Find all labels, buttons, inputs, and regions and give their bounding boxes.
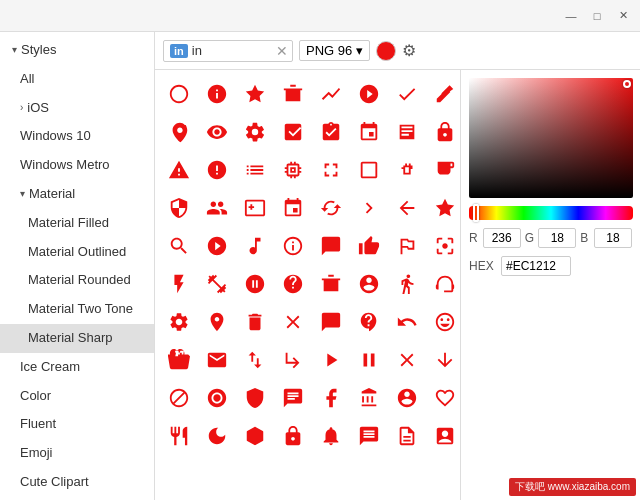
icon-cell[interactable] — [199, 266, 235, 302]
sidebar-item-matfilled[interactable]: Material Filled — [0, 209, 154, 238]
sidebar-item-matoutlined[interactable]: Material Outlined — [0, 238, 154, 267]
sidebar-item-cuteclipart[interactable]: Cute Clipart — [0, 468, 154, 497]
sidebar-item-matrounded[interactable]: Material Rounded — [0, 266, 154, 295]
icon-cell[interactable] — [161, 266, 197, 302]
icon-cell[interactable] — [161, 228, 197, 264]
icon-cell[interactable] — [199, 380, 235, 416]
icon-cell[interactable] — [389, 114, 425, 150]
icon-cell[interactable] — [237, 266, 273, 302]
icon-cell[interactable] — [351, 76, 387, 112]
icon-cell[interactable] — [351, 304, 387, 340]
icon-cell[interactable] — [199, 418, 235, 454]
icon-cell[interactable] — [313, 380, 349, 416]
sidebar-item-winmetro[interactable]: Windows Metro — [0, 151, 154, 180]
icon-cell[interactable] — [275, 342, 311, 378]
icon-cell[interactable] — [237, 190, 273, 226]
g-input[interactable] — [538, 228, 576, 248]
icon-cell[interactable] — [427, 228, 460, 264]
icon-cell[interactable] — [313, 152, 349, 188]
icon-cell[interactable] — [237, 76, 273, 112]
sidebar-item-fluent[interactable]: Fluent — [0, 410, 154, 439]
icon-cell[interactable] — [237, 342, 273, 378]
icon-cell[interactable] — [427, 266, 460, 302]
r-input[interactable] — [483, 228, 521, 248]
sidebar-item-ios[interactable]: ›iOS — [0, 94, 154, 123]
icon-cell[interactable] — [427, 152, 460, 188]
sidebar-item-emoji[interactable]: Emoji — [0, 439, 154, 468]
format-select[interactable]: PNG 96 ▾ — [299, 40, 370, 61]
icon-cell[interactable] — [389, 190, 425, 226]
icon-cell[interactable] — [313, 418, 349, 454]
icon-cell[interactable] — [275, 228, 311, 264]
icon-cell[interactable] — [275, 152, 311, 188]
icon-cell[interactable] — [237, 152, 273, 188]
icon-cell[interactable] — [199, 342, 235, 378]
icon-cell[interactable] — [427, 190, 460, 226]
icon-cell[interactable] — [351, 380, 387, 416]
icon-cell[interactable] — [199, 152, 235, 188]
icon-cell[interactable] — [389, 380, 425, 416]
color-picker-trigger[interactable] — [376, 41, 396, 61]
search-input[interactable] — [192, 43, 272, 58]
icon-cell[interactable] — [351, 114, 387, 150]
icon-cell[interactable] — [275, 418, 311, 454]
maximize-button[interactable]: □ — [588, 7, 606, 25]
minimize-button[interactable]: — — [562, 7, 580, 25]
icon-cell[interactable] — [237, 304, 273, 340]
sidebar-item-material[interactable]: ▾Material — [0, 180, 154, 209]
icon-cell[interactable] — [313, 228, 349, 264]
icon-cell[interactable] — [161, 190, 197, 226]
close-button[interactable]: ✕ — [614, 7, 632, 25]
icon-cell[interactable] — [389, 152, 425, 188]
sidebar-item-mattwotone[interactable]: Material Two Tone — [0, 295, 154, 324]
icon-cell[interactable] — [389, 304, 425, 340]
icon-cell[interactable] — [275, 76, 311, 112]
icon-cell[interactable] — [351, 190, 387, 226]
color-gradient[interactable] — [469, 78, 633, 198]
icon-cell[interactable] — [313, 190, 349, 226]
sidebar-item-color[interactable]: Color — [0, 382, 154, 411]
sidebar-item-styles[interactable]: ▾Styles — [0, 36, 154, 65]
icon-cell[interactable] — [237, 380, 273, 416]
icon-cell[interactable] — [351, 418, 387, 454]
icon-cell[interactable] — [389, 228, 425, 264]
icon-cell[interactable] — [427, 418, 460, 454]
hue-slider[interactable] — [469, 206, 633, 220]
icon-cell[interactable] — [351, 266, 387, 302]
sidebar-item-icecream[interactable]: Ice Cream — [0, 353, 154, 382]
icon-cell[interactable] — [389, 76, 425, 112]
icon-cell[interactable] — [237, 114, 273, 150]
search-clear-icon[interactable]: ✕ — [276, 43, 288, 59]
icon-cell[interactable] — [199, 190, 235, 226]
icon-cell[interactable] — [427, 304, 460, 340]
icon-cell[interactable] — [275, 266, 311, 302]
icon-cell[interactable] — [237, 418, 273, 454]
icon-cell[interactable] — [427, 342, 460, 378]
icon-cell[interactable] — [427, 76, 460, 112]
icon-cell[interactable] — [275, 114, 311, 150]
icon-cell[interactable] — [161, 380, 197, 416]
icon-cell[interactable] — [313, 304, 349, 340]
icon-cell[interactable] — [313, 114, 349, 150]
icon-cell[interactable] — [389, 266, 425, 302]
icon-cell[interactable] — [275, 190, 311, 226]
icon-cell[interactable] — [199, 76, 235, 112]
settings-icon[interactable]: ⚙ — [402, 41, 416, 60]
icon-cell[interactable] — [199, 228, 235, 264]
icon-cell[interactable] — [427, 380, 460, 416]
icon-cell[interactable] — [389, 418, 425, 454]
icon-cell[interactable] — [161, 304, 197, 340]
sidebar-item-win10[interactable]: Windows 10 — [0, 122, 154, 151]
sidebar-item-matsharp[interactable]: Material Sharp — [0, 324, 154, 353]
icon-cell[interactable] — [313, 266, 349, 302]
icon-cell[interactable] — [161, 114, 197, 150]
icon-cell[interactable] — [351, 228, 387, 264]
b-input[interactable] — [594, 228, 632, 248]
icon-cell[interactable] — [313, 76, 349, 112]
icon-cell[interactable] — [351, 342, 387, 378]
icon-cell[interactable] — [389, 342, 425, 378]
icon-cell[interactable] — [427, 114, 460, 150]
icon-cell[interactable] — [161, 152, 197, 188]
icon-cell[interactable] — [199, 304, 235, 340]
icon-cell[interactable] — [237, 228, 273, 264]
